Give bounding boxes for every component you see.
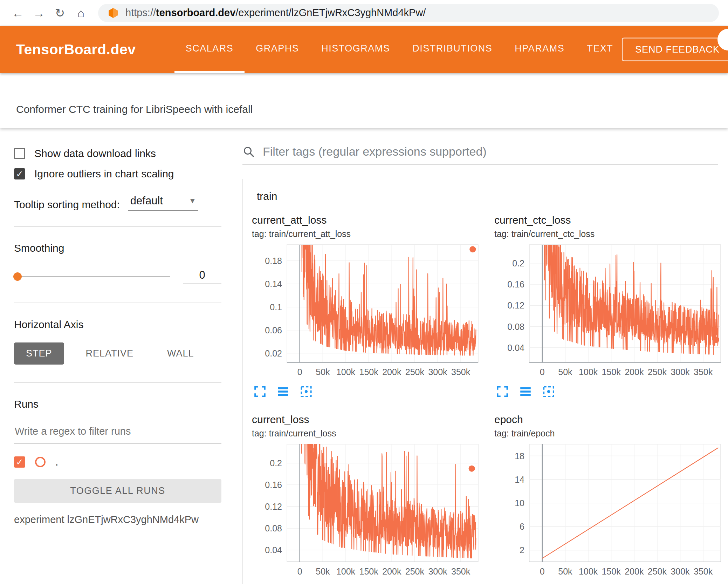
send-feedback-button[interactable]: SEND FEEDBACK: [622, 38, 728, 61]
tooltip-sorting-select[interactable]: default ▼: [128, 195, 198, 211]
chart-title: current_ctc_loss: [494, 214, 728, 226]
chart-toolbar: [252, 385, 494, 398]
tab-text[interactable]: TEXT: [576, 26, 624, 73]
chart-tag: tag: train/current_ctc_loss: [494, 229, 728, 239]
experiment-title-bar: Conformer CTC training for LibriSpeech w…: [0, 73, 728, 128]
scalars-main: train current_att_losstag: train/current…: [228, 128, 728, 584]
svg-text:150k: 150k: [359, 367, 378, 377]
svg-text:0.1: 0.1: [270, 302, 282, 312]
fit-domain-icon[interactable]: [542, 385, 555, 398]
tab-graphs[interactable]: GRAPHS: [245, 26, 310, 73]
tab-histograms[interactable]: HISTOGRAMS: [310, 26, 401, 73]
svg-text:2: 2: [520, 545, 524, 555]
chevron-down-icon: ▼: [189, 197, 196, 205]
svg-text:100k: 100k: [336, 566, 356, 576]
svg-text:0.08: 0.08: [265, 523, 282, 533]
reload-icon[interactable]: ↻: [51, 0, 69, 26]
svg-text:0: 0: [297, 367, 302, 377]
svg-text:0.16: 0.16: [507, 279, 524, 289]
svg-text:0.04: 0.04: [265, 545, 282, 555]
svg-text:50k: 50k: [316, 566, 330, 576]
divider: [14, 303, 221, 303]
address-bar[interactable]: https://tensorboard.dev/experiment/lzGnE…: [98, 4, 719, 22]
smoothing-slider[interactable]: [14, 276, 170, 277]
svg-text:10: 10: [515, 498, 524, 508]
svg-text:0: 0: [540, 566, 545, 576]
svg-text:100k: 100k: [579, 566, 598, 576]
back-icon[interactable]: ←: [9, 0, 27, 26]
svg-text:50k: 50k: [316, 367, 330, 377]
train-card: train current_att_losstag: train/current…: [242, 179, 728, 584]
url-scheme: https://: [125, 7, 156, 18]
chart-current_loss: current_losstag: train/current_loss0.040…: [252, 414, 494, 581]
svg-text:350k: 350k: [451, 367, 471, 377]
url-text: https://tensorboard.dev/experiment/lzGnE…: [125, 7, 426, 19]
axis-relative-button[interactable]: RELATIVE: [74, 342, 146, 365]
chart-tag: tag: train/current_loss: [252, 428, 494, 439]
smoothing-slider-thumb[interactable]: [13, 272, 22, 281]
tab-hparams[interactable]: HPARAMS: [503, 26, 576, 73]
chart-current_att_loss: current_att_losstag: train/current_att_l…: [252, 214, 494, 398]
chart-plot[interactable]: 0.040.080.120.160.2050k100k150k200k250k3…: [494, 240, 726, 380]
svg-text:0: 0: [540, 367, 545, 377]
svg-text:0: 0: [297, 566, 302, 576]
ignore-outliers-label: Ignore outliers in chart scaling: [34, 168, 174, 180]
chart-plot[interactable]: 26101418050k100k150k200k250k300k350k: [494, 440, 726, 579]
horizontal-axis-label: Horizontal Axis: [14, 319, 221, 331]
svg-text:0.14: 0.14: [265, 279, 282, 289]
svg-text:200k: 200k: [382, 566, 401, 576]
chart-plot[interactable]: 0.040.080.120.160.2050k100k150k200k250k3…: [252, 440, 483, 579]
train-group-title[interactable]: train: [243, 179, 728, 211]
run-color-circle: [35, 457, 46, 467]
tab-bar: SCALARSGRAPHSHISTOGRAMSDISTRIBUTIONSHPAR…: [174, 26, 625, 73]
browser-toolbar: ← → ↻ ⌂ https://tensorboard.dev/experime…: [0, 0, 728, 26]
home-icon[interactable]: ⌂: [72, 0, 90, 26]
tab-distributions[interactable]: DISTRIBUTIONS: [401, 26, 503, 73]
url-domain: tensorboard.dev: [156, 7, 235, 18]
svg-text:350k: 350k: [694, 367, 713, 377]
show-download-links-checkbox[interactable]: [14, 148, 25, 159]
chart-toolbar: [494, 385, 728, 398]
run-checkbox[interactable]: ✓: [14, 456, 25, 468]
svg-text:0.06: 0.06: [265, 325, 282, 335]
axis-step-button[interactable]: STEP: [14, 342, 64, 365]
app-title: TensorBoard.dev: [16, 41, 136, 58]
fullscreen-icon[interactable]: [496, 385, 509, 398]
svg-text:350k: 350k: [694, 566, 713, 576]
charts-grid: current_att_losstag: train/current_att_l…: [243, 211, 728, 581]
fullscreen-icon[interactable]: [253, 385, 267, 398]
tooltip-sorting-label: Tooltip sorting method:: [14, 199, 120, 211]
toggle-all-runs-button[interactable]: TOGGLE ALL RUNS: [14, 479, 221, 503]
svg-text:0.12: 0.12: [507, 300, 524, 310]
svg-text:0.18: 0.18: [265, 256, 282, 266]
runs-label: Runs: [14, 398, 221, 410]
tensorboard-favicon-icon: [107, 7, 119, 19]
tab-scalars[interactable]: SCALARS: [174, 26, 245, 73]
svg-text:18: 18: [515, 451, 524, 461]
chart-plot[interactable]: 0.020.060.10.140.18050k100k150k200k250k3…: [252, 240, 483, 380]
smoothing-label: Smoothing: [14, 242, 221, 254]
svg-text:150k: 150k: [602, 566, 621, 576]
data-lines-icon[interactable]: [276, 385, 290, 398]
forward-icon[interactable]: →: [30, 0, 48, 26]
runs-filter-input[interactable]: [14, 420, 221, 443]
svg-text:100k: 100k: [336, 367, 356, 377]
svg-text:250k: 250k: [648, 367, 667, 377]
filter-tags-input[interactable]: [263, 145, 718, 158]
run-row: ✓ .: [14, 456, 221, 468]
ignore-outliers-checkbox[interactable]: ✓: [14, 168, 25, 179]
content: Show data download links ✓ Ignore outlie…: [0, 128, 728, 584]
filter-tags-row: [242, 145, 718, 165]
data-lines-icon[interactable]: [519, 385, 532, 398]
svg-text:50k: 50k: [558, 367, 572, 377]
svg-text:0.12: 0.12: [265, 502, 282, 511]
show-download-links-label: Show data download links: [34, 148, 156, 159]
fit-domain-icon[interactable]: [300, 385, 313, 398]
svg-text:0.16: 0.16: [265, 480, 282, 490]
chart-tag: tag: train/epoch: [494, 428, 728, 439]
svg-text:150k: 150k: [602, 367, 621, 377]
smoothing-value[interactable]: 0: [183, 269, 221, 284]
axis-wall-button[interactable]: WALL: [155, 342, 206, 365]
svg-text:250k: 250k: [405, 367, 425, 377]
url-path: /experiment/lzGnETjwRxC3yghNMd4kPw/: [235, 7, 426, 18]
